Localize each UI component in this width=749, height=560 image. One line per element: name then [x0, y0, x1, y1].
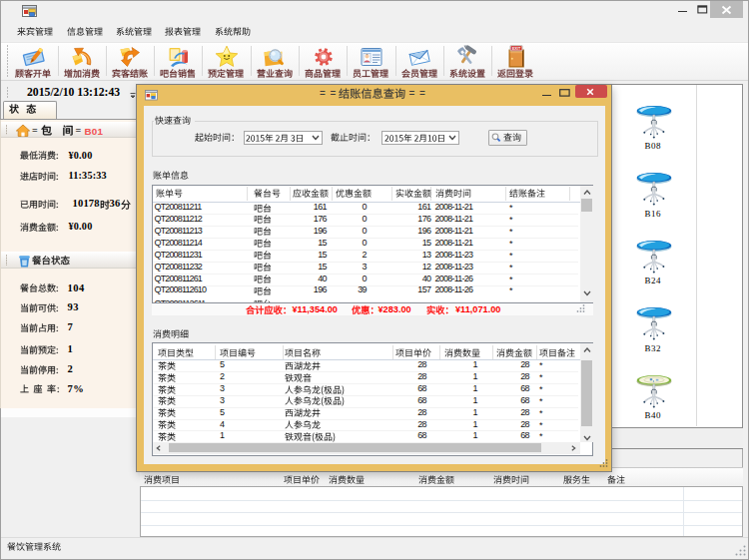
- svg-text:EXIT: EXIT: [511, 47, 520, 51]
